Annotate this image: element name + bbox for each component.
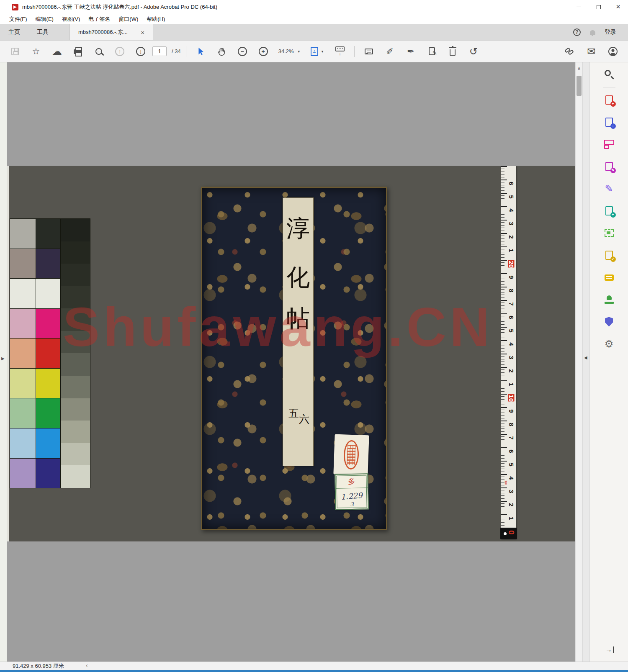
sign-in-button[interactable]: 登录 <box>605 28 616 36</box>
fit-width-button[interactable]: ↓ <box>331 44 349 59</box>
horizontal-scroll-left-icon[interactable]: ‹ <box>86 662 88 669</box>
tab-close-icon[interactable]: × <box>141 29 144 36</box>
chart-cell <box>10 249 36 279</box>
rotate-pages-button[interactable]: ↺ <box>464 44 483 59</box>
ruler-number: 6 <box>508 448 515 455</box>
seal-label <box>333 434 369 476</box>
minimize-button[interactable] <box>569 0 589 14</box>
previous-page-icon: ↑ <box>115 47 124 56</box>
page-dimensions-label: 91.429 x 60.953 厘米 <box>13 662 64 670</box>
rotate-icon: ↺ <box>469 46 478 56</box>
chart-cell <box>36 279 61 308</box>
search-tools-button[interactable] <box>600 68 618 81</box>
fountain-pen-icon: ✒ <box>407 47 414 56</box>
fill-sign-button[interactable]: ✎ <box>600 182 618 195</box>
pdf-page-photo: 五六 淳化帖 多 1.229 3 1m 65432 <box>9 166 575 541</box>
fit-page-button[interactable]: ↔↕ ▾ <box>306 44 328 59</box>
favorite-button[interactable]: ☆ <box>27 44 45 59</box>
maximize-button[interactable] <box>589 0 608 14</box>
next-page-button[interactable]: ↓ <box>131 44 150 59</box>
cover-title-char: 淳 <box>283 217 313 240</box>
ruler-number: 9 <box>508 408 515 415</box>
more-tools-button[interactable]: ⚙ <box>600 338 618 350</box>
fill-sign-icon: ✎ <box>605 184 613 194</box>
protect-icon <box>605 317 613 327</box>
comment-button[interactable] <box>600 271 618 284</box>
page-number-input[interactable]: 1 <box>152 46 167 56</box>
red-seal-stamp <box>343 440 359 469</box>
ruler-number: 10 <box>508 394 515 402</box>
email-button[interactable]: ✉ <box>582 44 600 59</box>
export-pdf-button[interactable]: ↓ <box>600 116 618 128</box>
organize-pages-button[interactable] <box>600 138 618 151</box>
ruler-number: 1 <box>508 247 515 254</box>
tab-bar: 主页 工具 mbsh7000086.-.东... × ? 登录 <box>0 24 628 41</box>
document-canvas[interactable]: 五六 淳化帖 多 1.229 3 1m 65432 <box>7 62 575 662</box>
hand-tool-icon <box>217 47 226 56</box>
zoom-in-icon: + <box>259 47 268 56</box>
edit-pdf-button[interactable]: ✎ <box>600 160 618 173</box>
wedge-step <box>61 376 90 398</box>
add-comment-button[interactable] <box>360 44 378 59</box>
upload-cloud-button[interactable]: ☁↑ <box>48 44 66 59</box>
highlight-button[interactable]: ✐ <box>381 44 399 59</box>
menu-window[interactable]: 窗口(W) <box>114 14 142 24</box>
menu-file[interactable]: 文件(F) <box>5 14 31 24</box>
ruler-number: 20 <box>508 260 515 268</box>
sign-button[interactable]: ✒ <box>402 44 420 59</box>
notifications-bell-icon[interactable] <box>590 30 595 35</box>
star-icon: ☆ <box>32 47 40 56</box>
stamp-button[interactable] <box>600 293 618 306</box>
select-tool-button[interactable] <box>191 44 210 59</box>
ruler-number: 2 <box>508 501 515 509</box>
ruler-number: 3 <box>508 354 515 362</box>
scroll-up-icon[interactable]: ∧ <box>576 66 582 71</box>
combine-files-button[interactable]: + <box>600 205 618 217</box>
select-cursor-icon <box>196 47 205 56</box>
print-button[interactable] <box>69 44 87 59</box>
catalog-sub-number: 3 <box>350 501 354 508</box>
close-icon: × <box>616 3 620 11</box>
scan-ocr-button[interactable] <box>600 227 618 239</box>
tab-document[interactable]: mbsh7000086.-.东... × <box>69 24 153 40</box>
vertical-scrollbar[interactable]: ∧ <box>575 62 582 662</box>
open-nav-pane-icon[interactable]: ▶ <box>1 356 5 361</box>
chart-cell <box>36 339 61 368</box>
previous-page-button[interactable]: ↑ <box>111 44 129 59</box>
help-icon[interactable]: ? <box>573 28 581 36</box>
ruler-number: 3 <box>508 220 515 228</box>
menu-edit[interactable]: 编辑(E) <box>31 14 58 24</box>
window-title: mbsh7000086.-.东晋 王献之法帖 淳化贴卷六.pdf - Adobe… <box>22 3 217 11</box>
open-tools-panel-icon[interactable]: → <box>605 646 614 653</box>
scrollbar-thumb[interactable] <box>577 76 582 96</box>
tab-tools[interactable]: 工具 <box>28 24 57 40</box>
wedge-step <box>61 219 90 241</box>
zoom-in-button[interactable]: + <box>254 44 273 59</box>
navigation-pane-collapsed[interactable]: ▶ <box>0 62 7 662</box>
collapse-tools-pane-icon[interactable]: ◀ <box>584 355 587 360</box>
tab-document-label: mbsh7000086.-.东... <box>78 28 128 36</box>
tab-home[interactable]: 主页 <box>0 24 28 40</box>
delete-pages-button[interactable] <box>443 44 462 59</box>
menu-view[interactable]: 视图(V) <box>58 14 84 24</box>
request-signatures-button[interactable]: ✓ <box>600 249 618 262</box>
comment-icon <box>605 274 614 281</box>
tools-pane-edge[interactable]: ◀ <box>582 62 589 662</box>
ruler-number: 1 <box>508 381 515 388</box>
save-button[interactable] <box>6 44 24 59</box>
zoom-out-button[interactable]: − <box>233 44 252 59</box>
ruler-meter-label: 1m <box>504 480 508 485</box>
share-link-button[interactable] <box>560 44 579 59</box>
menu-help[interactable]: 帮助(H) <box>142 14 169 24</box>
zoom-level-dropdown[interactable]: 34.2% ▾ <box>275 46 303 56</box>
chart-cell <box>10 339 36 368</box>
edit-pdf-button[interactable]: ✎ <box>422 44 441 59</box>
close-button[interactable]: × <box>608 0 628 14</box>
combine-files-icon: + <box>605 206 613 215</box>
menu-esign[interactable]: 电子签名 <box>84 14 114 24</box>
share-people-button[interactable] <box>604 44 622 59</box>
hand-tool-button[interactable] <box>212 44 231 59</box>
create-pdf-button[interactable]: + <box>600 94 618 106</box>
search-button[interactable]: … <box>90 44 108 59</box>
protect-button[interactable] <box>600 315 618 328</box>
